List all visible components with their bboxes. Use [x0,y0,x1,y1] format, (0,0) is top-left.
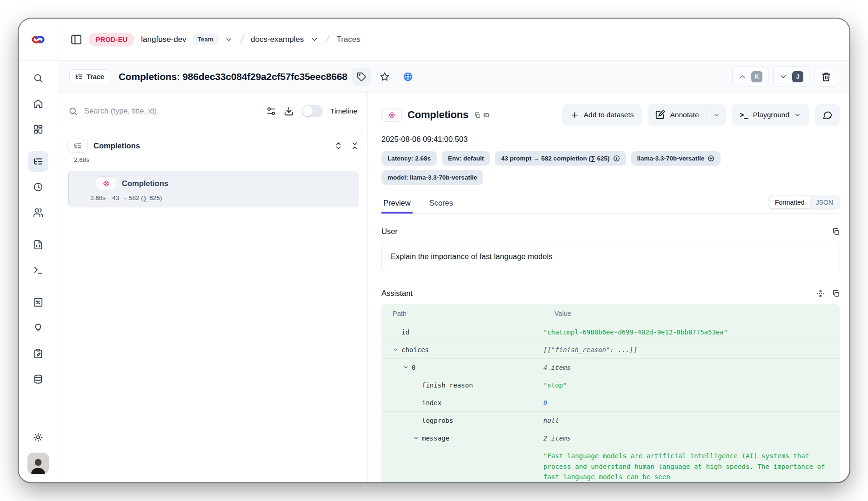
sidebar-item-users[interactable] [28,202,48,223]
search-icon [68,107,78,116]
copy-icon[interactable] [832,289,840,298]
public-share-button[interactable] [399,68,417,86]
tree-child-node-selected[interactable]: Completions 2.68s 43 → 582 (∑ 625) [68,171,359,207]
comments-button[interactable] [815,104,840,126]
prev-trace-button[interactable]: K [732,67,768,87]
trace-node-badge [67,139,88,153]
breadcrumb-org[interactable]: langfuse-dev [141,35,186,44]
sidebar-item-sessions[interactable] [28,177,48,197]
assistant-heading: Assistant [381,289,413,298]
timeline-toggle[interactable] [301,105,323,117]
json-row-message[interactable]: message2 items [381,429,840,447]
sidebar-item-dashboards[interactable] [28,119,48,140]
tag-button[interactable] [352,68,371,86]
metadata-pills: Latency: 2.68s Env: default 43 prompt → … [381,151,840,185]
lightbulb-icon [33,323,43,333]
chevron-up-icon [738,73,747,81]
model-kv-pill: model: llama-3.3-70b-versatile [381,170,483,185]
column-header-path: Path [393,310,554,317]
chevron-down-icon [794,112,801,119]
json-path: id [381,328,543,336]
sidebar-item-settings[interactable] [28,427,48,448]
download-icon [284,106,294,116]
star-icon [380,72,390,82]
clipboard-pen-icon [33,348,43,359]
annotate-button[interactable]: Annotate [648,104,706,126]
copy-icon[interactable] [832,227,840,236]
user-avatar[interactable] [27,453,49,474]
annotate-label: Annotate [670,111,699,119]
chevron-down-icon[interactable] [413,435,419,441]
add-to-datasets-button[interactable]: Add to datasets [562,104,642,126]
generation-badge [381,108,402,122]
format-option-formatted[interactable]: Formatted [769,196,810,208]
json-row-choices[interactable]: choices[{"finish_reason": ...}] [381,341,840,359]
tree-root-node[interactable]: Completions [67,139,359,153]
add-to-datasets-label: Add to datasets [584,111,634,119]
json-row-0[interactable]: 04 items [381,359,840,376]
tree-search-row: Timeline [58,93,367,129]
sidebar-item-tracing[interactable] [28,151,48,172]
model-pill[interactable]: llama-3.3-70b-versatile [631,151,721,166]
view-settings-button[interactable] [266,106,276,116]
json-path: message [381,434,543,442]
sidebar-item-prompts[interactable] [28,234,48,255]
expand-all-icon[interactable] [334,141,343,150]
user-message-text: Explain the importance of fast language … [391,252,553,261]
home-icon [33,99,43,109]
search-box [68,107,259,116]
download-button[interactable] [284,106,294,116]
sliders-icon [266,106,276,116]
delete-trace-button[interactable] [814,67,838,87]
tab-scores[interactable]: Scores [427,195,455,214]
gear-icon [33,432,43,442]
json-path: choices [381,346,543,354]
breadcrumb-section[interactable]: Traces [336,35,360,44]
chevron-down-icon[interactable] [403,364,409,370]
dashboard-icon [33,124,43,134]
sidebar-item-search[interactable] [28,68,48,88]
chevron-down-icon[interactable] [393,347,399,353]
database-icon [33,374,43,384]
circle-plus-icon [708,155,714,162]
collapse-all-icon[interactable] [350,141,359,150]
format-option-json[interactable]: JSON [810,196,839,208]
annotate-split-button: Annotate [648,104,726,126]
sidebar-toggle-icon[interactable] [70,33,82,46]
org-type-badge: Team [193,33,218,45]
json-value: "chatcmpl-6988b6ee-d699-402d-9e12-8bb877… [543,325,829,340]
sidebar-item-annotation[interactable] [28,343,48,364]
sidebar-item-datasets[interactable] [28,369,48,389]
json-row-content: "Fast language models are artificial int… [381,447,840,482]
bookmark-star-button[interactable] [375,68,394,86]
tab-preview[interactable]: Preview [381,195,413,214]
playground-button[interactable]: >_ Playground [732,104,809,126]
copy-id-button[interactable]: ID [474,112,489,119]
org-chevron-down-icon[interactable] [225,35,233,44]
sidebar-item-evaluators[interactable] [28,292,48,313]
generation-icon [388,111,396,119]
globe-icon [403,72,413,82]
user-message-box: Explain the importance of fast language … [381,242,840,271]
breadcrumb-divider: / [238,33,246,46]
search-input[interactable] [84,107,259,115]
json-table-body: id"chatcmpl-6988b6ee-d699-402d-9e12-8bb8… [381,323,840,482]
token-usage-pill[interactable]: 43 prompt → 582 completion (∑ 625) [495,151,626,166]
sidebar-item-insights[interactable] [28,318,48,338]
sidebar-item-home[interactable] [28,94,48,114]
toggle-knob [302,106,313,116]
breadcrumb-project[interactable]: docs-examples [251,35,304,44]
sidebar-item-playground[interactable] [28,260,48,281]
project-chevron-down-icon[interactable] [310,35,319,44]
next-trace-button[interactable]: J [773,67,809,87]
langfuse-logo[interactable] [19,19,58,60]
json-row-index: index0 [381,394,840,412]
assistant-section-header: Assistant [381,289,840,298]
json-path: logprobs [381,417,543,424]
id-label: ID [483,112,489,119]
annotate-dropdown-button[interactable] [707,104,726,126]
fold-vertical-icon[interactable] [816,289,825,298]
search-icon [33,73,43,83]
langfuse-logo-icon [31,33,45,47]
json-path: finish_reason [381,381,543,389]
